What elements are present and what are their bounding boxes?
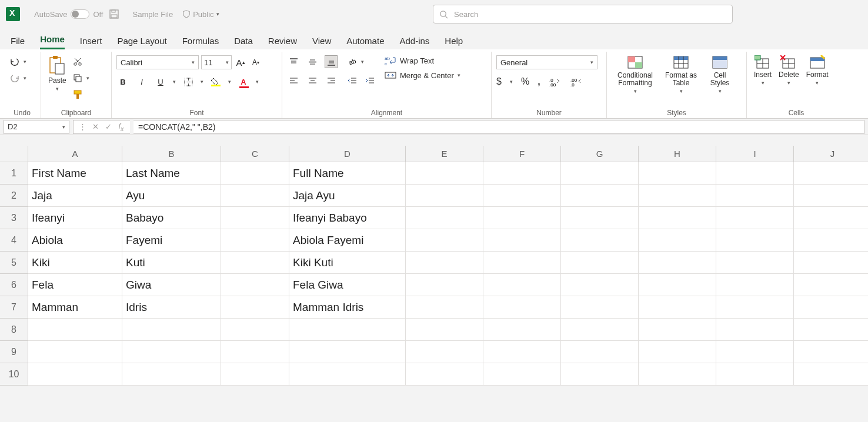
cell-G4[interactable] [561, 229, 639, 252]
row-header-1[interactable]: 1 [0, 162, 28, 185]
cell-A8[interactable] [28, 319, 122, 341]
cell-B6[interactable]: Giwa [122, 274, 221, 296]
cell-J6[interactable] [794, 274, 868, 296]
row-header-10[interactable]: 10 [0, 363, 28, 386]
align-center-button[interactable] [306, 74, 319, 87]
cell-H2[interactable] [639, 185, 716, 207]
cell-B3[interactable]: Babayo [122, 207, 221, 229]
merge-center-button[interactable]: Merge & Center ▾ [385, 71, 460, 80]
format-cells-button[interactable]: Format▾ [804, 55, 831, 86]
tab-file[interactable]: File [11, 36, 25, 49]
cell-F10[interactable] [483, 363, 561, 386]
cell-H8[interactable] [639, 319, 716, 341]
cancel-formula-button[interactable]: ✕ [89, 120, 102, 133]
bold-button[interactable]: B [116, 75, 129, 88]
increase-font-button[interactable]: A▴ [234, 56, 247, 69]
toggle-switch[interactable] [71, 9, 89, 19]
tab-page-layout[interactable]: Page Layout [117, 36, 166, 49]
tab-insert[interactable]: Insert [80, 36, 102, 49]
cell-D9[interactable] [289, 341, 406, 363]
tab-data[interactable]: Data [234, 36, 253, 49]
cell-I6[interactable] [716, 274, 794, 296]
tab-view[interactable]: View [312, 36, 331, 49]
cell-A7[interactable]: Mamman [28, 296, 122, 319]
format-as-table-button[interactable]: Format as Table▾ [660, 55, 702, 94]
cell-G7[interactable] [561, 296, 639, 319]
column-header-J[interactable]: J [794, 146, 868, 162]
cell-D6[interactable]: Fela Giwa [289, 274, 406, 296]
cell-I5[interactable] [716, 252, 794, 274]
underline-button[interactable]: U [154, 75, 167, 88]
cell-G5[interactable] [561, 252, 639, 274]
cell-E5[interactable] [406, 252, 483, 274]
cell-B4[interactable]: Fayemi [122, 229, 221, 252]
column-header-I[interactable]: I [716, 146, 794, 162]
cell-J7[interactable] [794, 296, 868, 319]
name-box[interactable]: D2▾ [4, 120, 69, 134]
chevron-down-icon[interactable]: ▾ [24, 59, 26, 65]
cell-F6[interactable] [483, 274, 561, 296]
font-color-button[interactable]: A [237, 75, 250, 88]
cell-A9[interactable] [28, 341, 122, 363]
cell-J9[interactable] [794, 341, 868, 363]
cell-A3[interactable]: Ifeanyi [28, 207, 122, 229]
cell-D5[interactable]: Kiki Kuti [289, 252, 406, 274]
cell-C5[interactable] [221, 252, 289, 274]
cell-C6[interactable] [221, 274, 289, 296]
cell-I3[interactable] [716, 207, 794, 229]
align-bottom-button[interactable] [325, 55, 338, 68]
formula-input[interactable]: =CONCAT(A2," ",B2) [133, 120, 864, 134]
comma-button[interactable]: , [538, 76, 540, 87]
cell-D4[interactable]: Abiola Fayemi [289, 229, 406, 252]
cell-B7[interactable]: Idris [122, 296, 221, 319]
cell-G8[interactable] [561, 319, 639, 341]
cell-B8[interactable] [122, 319, 221, 341]
cell-A5[interactable]: Kiki [28, 252, 122, 274]
chevron-down-icon[interactable]: ▾ [24, 75, 26, 81]
borders-button[interactable] [182, 75, 195, 88]
cell-G9[interactable] [561, 341, 639, 363]
cell-E10[interactable] [406, 363, 483, 386]
cell-F5[interactable] [483, 252, 561, 274]
row-header-2[interactable]: 2 [0, 185, 28, 207]
cell-I1[interactable] [716, 162, 794, 185]
cell-H7[interactable] [639, 296, 716, 319]
cell-H5[interactable] [639, 252, 716, 274]
font-size-input[interactable]: 11▾ [201, 55, 232, 69]
decrease-decimal-button[interactable]: .00.0 [570, 75, 583, 88]
tab-formulas[interactable]: Formulas [182, 36, 219, 49]
cell-I9[interactable] [716, 341, 794, 363]
select-all-corner[interactable] [0, 146, 28, 162]
file-name[interactable]: Sample File [132, 10, 173, 19]
cell-E8[interactable] [406, 319, 483, 341]
cell-D2[interactable]: Jaja Ayu [289, 185, 406, 207]
search-input[interactable]: Search [433, 5, 733, 24]
cut-button[interactable] [71, 55, 84, 68]
save-icon[interactable] [108, 8, 121, 21]
cell-J8[interactable] [794, 319, 868, 341]
align-left-button[interactable] [287, 74, 300, 87]
cell-D7[interactable]: Mamman Idris [289, 296, 406, 319]
paste-button[interactable]: Paste▾ [46, 55, 69, 92]
align-top-button[interactable] [287, 55, 300, 68]
align-middle-button[interactable] [306, 55, 319, 68]
enter-formula-button[interactable]: ✓ [102, 120, 115, 133]
cell-J10[interactable] [794, 363, 868, 386]
column-header-F[interactable]: F [483, 146, 561, 162]
cell-B9[interactable] [122, 341, 221, 363]
cell-F9[interactable] [483, 341, 561, 363]
cell-H10[interactable] [639, 363, 716, 386]
cell-E2[interactable] [406, 185, 483, 207]
cell-J1[interactable] [794, 162, 868, 185]
cell-C2[interactable] [221, 185, 289, 207]
cell-E1[interactable] [406, 162, 483, 185]
percent-button[interactable]: % [521, 76, 529, 87]
row-header-3[interactable]: 3 [0, 207, 28, 229]
cell-A1[interactable]: First Name [28, 162, 122, 185]
decrease-indent-button[interactable] [346, 74, 359, 87]
cell-E7[interactable] [406, 296, 483, 319]
cell-J4[interactable] [794, 229, 868, 252]
cell-H6[interactable] [639, 274, 716, 296]
cell-G3[interactable] [561, 207, 639, 229]
increase-indent-button[interactable] [363, 74, 376, 87]
